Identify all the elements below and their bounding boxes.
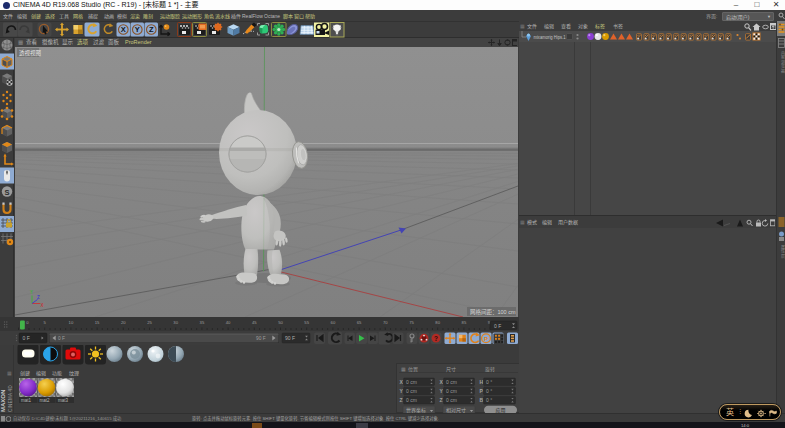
svg-text:90 F: 90 F: [256, 336, 266, 341]
svg-text:mat2: mat2: [40, 398, 51, 403]
svg-text:P: P: [480, 388, 484, 394]
svg-text:75: 75: [409, 320, 414, 325]
svg-text:X: X: [440, 379, 444, 385]
svg-text:0: 0: [26, 320, 29, 325]
svg-text:X: X: [400, 379, 404, 385]
svg-text:60: 60: [331, 320, 336, 325]
svg-text:70: 70: [383, 320, 388, 325]
svg-text:Y: Y: [440, 388, 444, 394]
svg-text:5: 5: [44, 320, 47, 325]
svg-text:mixamorig Hips.1: mixamorig Hips.1: [534, 35, 566, 40]
svg-text:0 cm: 0 cm: [406, 388, 417, 394]
svg-text:0 F: 0 F: [58, 336, 65, 341]
svg-text:Y: Y: [135, 25, 140, 34]
svg-text:0 °: 0 °: [486, 397, 492, 403]
svg-text:25: 25: [147, 320, 152, 325]
svg-text:0 °: 0 °: [486, 379, 492, 385]
svg-text:20: 20: [121, 320, 126, 325]
svg-text:Z: Z: [440, 397, 443, 403]
svg-text:Y: Y: [30, 290, 33, 295]
svg-text:0 cm: 0 cm: [446, 397, 457, 403]
svg-text:Z: Z: [149, 25, 154, 34]
svg-text:B: B: [480, 397, 484, 403]
svg-text:0 cm: 0 cm: [406, 397, 417, 403]
svg-text:X: X: [41, 303, 44, 308]
svg-text:45: 45: [252, 320, 257, 325]
svg-text:0 °: 0 °: [486, 388, 492, 394]
svg-text:65: 65: [357, 320, 362, 325]
svg-text:mat3: mat3: [58, 398, 69, 403]
svg-text:80: 80: [435, 320, 440, 325]
svg-text:Z: Z: [400, 397, 403, 403]
svg-text:90 F: 90 F: [285, 335, 295, 341]
svg-text:Y: Y: [400, 388, 404, 394]
svg-text:P: P: [484, 336, 488, 342]
svg-text:10: 10: [69, 320, 74, 325]
svg-text:15: 15: [95, 320, 100, 325]
svg-text:H: H: [480, 379, 484, 385]
svg-text:0 F: 0 F: [23, 335, 30, 341]
svg-text:S: S: [4, 188, 9, 197]
svg-text:0 cm: 0 cm: [406, 379, 417, 385]
svg-text:透视视图: 透视视图: [19, 49, 42, 57]
svg-text:?: ?: [434, 335, 438, 342]
svg-text:55: 55: [304, 320, 309, 325]
svg-text:X: X: [121, 25, 126, 34]
svg-text:35: 35: [200, 320, 205, 325]
svg-text:0 cm: 0 cm: [446, 388, 457, 394]
svg-text:网格间距：100 cm: 网格间距：100 cm: [470, 308, 516, 316]
svg-text:85: 85: [462, 320, 467, 325]
svg-text:30: 30: [173, 320, 178, 325]
svg-text:50: 50: [278, 320, 283, 325]
svg-text:0 cm: 0 cm: [446, 379, 457, 385]
svg-text:mat1: mat1: [21, 398, 32, 403]
svg-text:Z: Z: [37, 295, 40, 300]
svg-text:40: 40: [226, 320, 231, 325]
svg-text:0 F: 0 F: [494, 323, 501, 329]
